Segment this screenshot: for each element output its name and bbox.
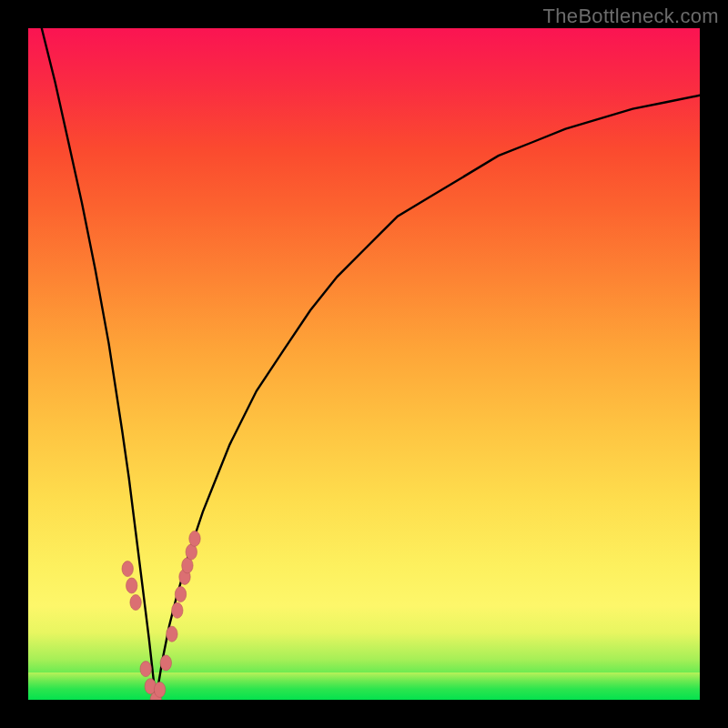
data-dot — [126, 578, 137, 593]
chart-svg — [28, 28, 700, 700]
data-dot — [140, 662, 151, 677]
data-dot — [154, 682, 165, 697]
watermark-text: TheBottleneck.com — [543, 5, 719, 28]
plot-area — [28, 28, 700, 700]
data-dot — [182, 558, 193, 573]
data-dot — [189, 531, 200, 546]
dots-layer — [122, 531, 200, 700]
data-dot — [122, 561, 133, 577]
chart-frame: TheBottleneck.com — [0, 0, 728, 728]
data-dot — [172, 602, 183, 618]
data-dot — [175, 587, 186, 602]
data-dot — [130, 595, 141, 611]
data-dot — [167, 626, 177, 642]
data-dot — [160, 655, 171, 671]
